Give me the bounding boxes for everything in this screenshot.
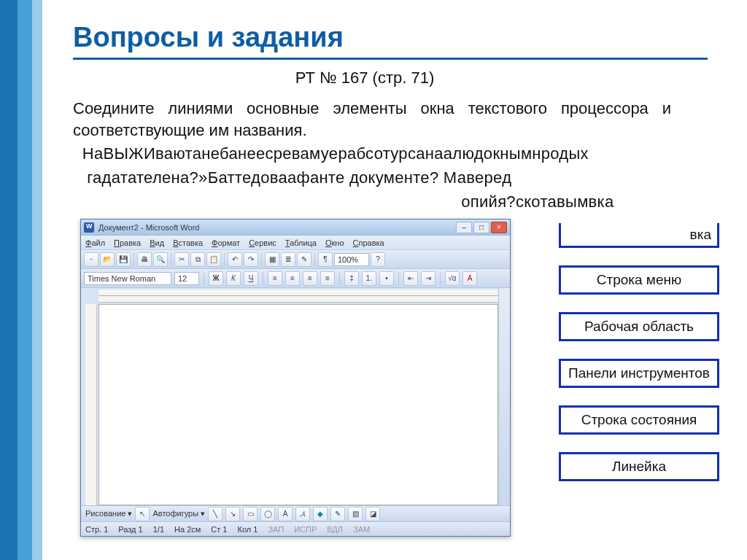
bold-button[interactable]: Ж bbox=[209, 271, 223, 286]
instruction-text: Соедините линиями основные элементы окна… bbox=[73, 88, 671, 141]
font-name-field[interactable]: Times New Roman bbox=[84, 272, 171, 285]
word-menubar[interactable]: Файл Правка Вид Вставка Формат Сервис Та… bbox=[81, 236, 510, 250]
slide-title: Вопросы и задания bbox=[73, 0, 740, 58]
label-status-bar[interactable]: Строка состояния bbox=[559, 405, 719, 435]
menu-insert[interactable]: Вставка bbox=[173, 238, 203, 247]
menu-view[interactable]: Вид bbox=[150, 238, 164, 247]
status-rec: ЗАП bbox=[268, 525, 284, 534]
word-titlebar[interactable]: Документ2 - Microsoft Word – □ × bbox=[81, 219, 510, 236]
shadow-icon[interactable]: ▧ bbox=[348, 507, 363, 521]
save-icon[interactable]: 💾 bbox=[116, 252, 131, 267]
columns-icon[interactable]: ≣ bbox=[281, 252, 295, 267]
wordart-icon[interactable]: 𝓐 bbox=[295, 507, 310, 521]
indent-dec-icon[interactable]: ⇤ bbox=[403, 271, 418, 286]
oval-icon[interactable]: ◯ bbox=[260, 507, 275, 521]
menu-file[interactable]: Файл bbox=[85, 238, 105, 247]
select-arrow-icon[interactable]: ↖ bbox=[135, 507, 150, 521]
status-page: Стр. 1 bbox=[85, 525, 108, 534]
redo-icon[interactable]: ↷ bbox=[244, 252, 258, 267]
align-center-icon[interactable]: ≡ bbox=[285, 271, 300, 286]
paragraph-icon[interactable]: ¶ bbox=[318, 252, 333, 267]
undo-icon[interactable]: ↶ bbox=[228, 252, 242, 267]
cut-icon[interactable]: ✂ bbox=[174, 252, 189, 267]
rectangle-icon[interactable]: ▭ bbox=[243, 507, 258, 521]
print-icon[interactable]: 🖶 bbox=[137, 252, 152, 267]
minimize-button[interactable]: – bbox=[456, 222, 472, 233]
title-underline bbox=[73, 58, 708, 60]
menu-window[interactable]: Окно bbox=[325, 238, 344, 247]
status-ovr: ЗАМ bbox=[353, 525, 370, 534]
overlapped-text-line-1: НаВЫЖИваютанебанеесревамуерабсотурсанаал… bbox=[73, 144, 693, 165]
italic-button[interactable]: К bbox=[226, 271, 241, 286]
vertical-scrollbar[interactable] bbox=[498, 288, 510, 505]
menu-tools[interactable]: Сервис bbox=[249, 238, 276, 247]
status-line: Ст 1 bbox=[211, 525, 227, 534]
autoshapes-menu[interactable]: Автофигуры ▾ bbox=[152, 509, 205, 518]
vertical-ruler[interactable] bbox=[85, 304, 97, 505]
status-at: На 2см bbox=[174, 525, 201, 534]
line-spacing-icon[interactable]: ‡ bbox=[344, 271, 359, 286]
menu-edit[interactable]: Правка bbox=[114, 238, 141, 247]
word-app-icon bbox=[84, 222, 94, 233]
help-icon[interactable]: ? bbox=[371, 252, 385, 267]
open-icon[interactable]: 📂 bbox=[100, 252, 115, 267]
horizontal-ruler[interactable] bbox=[98, 289, 498, 303]
status-ext: ВДЛ bbox=[327, 525, 343, 534]
menu-table[interactable]: Таблица bbox=[285, 238, 317, 247]
overlapped-text-line-3: опийя?скотавымвка bbox=[73, 192, 693, 213]
word-formatting-toolbar[interactable]: Times New Roman 12 Ж К Ч ≡ ≡ ≡ ≡ ‡ 1. • … bbox=[81, 269, 510, 288]
font-color-icon[interactable]: A bbox=[462, 271, 477, 286]
menu-format[interactable]: Формат bbox=[212, 238, 240, 247]
arrow-icon[interactable]: ↘ bbox=[225, 507, 240, 521]
underline-button[interactable]: Ч bbox=[244, 271, 258, 286]
align-left-icon[interactable]: ≡ bbox=[268, 271, 282, 286]
word-title-text: Документ2 - Microsoft Word bbox=[98, 223, 199, 232]
menu-help[interactable]: Справка bbox=[353, 238, 384, 247]
line-color-icon[interactable]: ✎ bbox=[330, 507, 345, 521]
drawing-toolbar[interactable]: Рисование ▾ ↖ Автофигуры ▾ ╲ ↘ ▭ ◯ A 𝓐 ◆… bbox=[81, 505, 510, 521]
status-bar: Стр. 1 Разд 1 1/1 На 2см Ст 1 Кол 1 ЗАП … bbox=[81, 521, 510, 536]
justify-icon[interactable]: ≡ bbox=[320, 271, 335, 286]
paste-icon[interactable]: 📋 bbox=[206, 252, 221, 267]
zoom-field[interactable]: 100% bbox=[334, 253, 369, 266]
answer-labels: вка Строка меню Рабочая область Панели и… bbox=[559, 223, 719, 481]
font-size-field[interactable]: 12 bbox=[174, 272, 199, 285]
document-work-area[interactable] bbox=[98, 304, 498, 505]
indent-inc-icon[interactable]: ⇥ bbox=[421, 271, 436, 286]
status-col: Кол 1 bbox=[237, 525, 258, 534]
drawing-icon[interactable]: ✎ bbox=[297, 252, 311, 267]
close-button[interactable]: × bbox=[491, 222, 507, 233]
textbox-icon[interactable]: A bbox=[278, 507, 293, 521]
numbering-icon[interactable]: 1. bbox=[362, 271, 376, 286]
status-section: Разд 1 bbox=[118, 525, 142, 534]
overlapped-text-line-2: гадатателена?»Баттедоваафанте документе?… bbox=[73, 168, 693, 189]
preview-icon[interactable]: 🔍 bbox=[153, 252, 168, 267]
fill-color-icon[interactable]: ◆ bbox=[313, 507, 328, 521]
new-doc-icon[interactable]: ▫ bbox=[84, 252, 98, 267]
line-icon[interactable]: ╲ bbox=[208, 507, 222, 521]
equation-icon[interactable]: √α bbox=[445, 271, 460, 286]
label-partial[interactable]: вка bbox=[559, 223, 719, 248]
label-ruler[interactable]: Линейка bbox=[559, 452, 719, 481]
word-standard-toolbar[interactable]: ▫ 📂 💾 🖶 🔍 ✂ ⧉ 📋 ↶ ↷ ▦ ≣ ✎ ¶ 100% ? bbox=[81, 250, 510, 269]
status-fix: ИСПР bbox=[294, 525, 317, 534]
maximize-button[interactable]: □ bbox=[473, 222, 489, 233]
slide-subtitle: РТ № 167 (стр. 71) bbox=[73, 69, 657, 88]
label-toolbars[interactable]: Панели инструментов bbox=[559, 359, 719, 388]
label-work-area[interactable]: Рабочая область bbox=[559, 312, 719, 341]
decorative-left-bars bbox=[0, 0, 53, 560]
drawing-menu[interactable]: Рисование ▾ bbox=[85, 509, 132, 518]
bullets-icon[interactable]: • bbox=[379, 271, 394, 286]
label-menu-bar[interactable]: Строка меню bbox=[559, 265, 719, 295]
table-icon[interactable]: ▦ bbox=[265, 252, 279, 267]
status-pages: 1/1 bbox=[153, 525, 164, 534]
3d-icon[interactable]: ◪ bbox=[365, 507, 380, 521]
align-right-icon[interactable]: ≡ bbox=[303, 271, 317, 286]
copy-icon[interactable]: ⧉ bbox=[190, 252, 205, 267]
word-window: Документ2 - Microsoft Word – □ × Файл Пр… bbox=[80, 219, 511, 537]
